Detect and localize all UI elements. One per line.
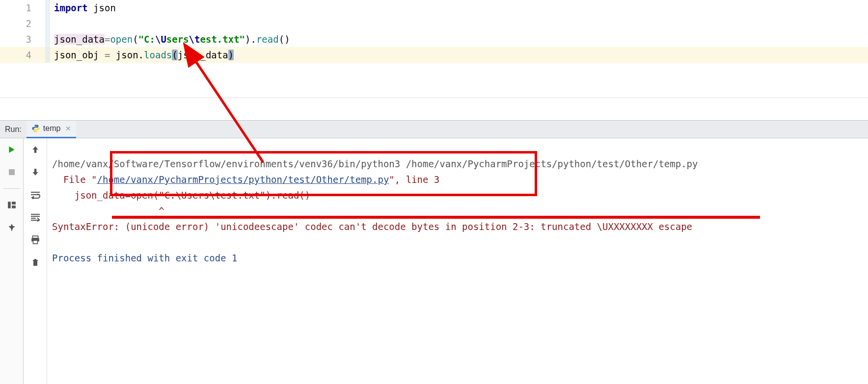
tab-title: temp bbox=[43, 124, 61, 133]
line-number: 4 bbox=[0, 50, 45, 60]
module-name: json bbox=[93, 2, 116, 13]
line-content[interactable]: json_data=open("C:\Users\test.txt").read… bbox=[50, 34, 868, 45]
paren-close: ) bbox=[228, 50, 234, 60]
operator: = bbox=[105, 34, 110, 45]
paren: ( bbox=[279, 34, 284, 45]
delete-button[interactable] bbox=[29, 256, 42, 269]
pin-button[interactable] bbox=[5, 221, 18, 234]
command-line: /home/vanx/Software/Tensorflow/environme… bbox=[52, 158, 698, 169]
method-read: read bbox=[256, 34, 279, 45]
svg-rect-5 bbox=[12, 202, 16, 205]
stop-button[interactable] bbox=[5, 166, 18, 179]
indent-guide bbox=[45, 31, 50, 47]
paren-open: ( bbox=[172, 50, 177, 60]
run-tool-window: Run: temp ✕ bbox=[0, 120, 868, 384]
svg-rect-12 bbox=[31, 220, 40, 221]
line-number: 2 bbox=[0, 18, 45, 29]
code-editor[interactable]: 1 import json 2 3 json_data=open("C:\Use… bbox=[0, 0, 868, 98]
console-output[interactable]: /home/vanx/Software/Tensorflow/environme… bbox=[47, 138, 868, 384]
python-icon bbox=[31, 124, 40, 133]
operator: = bbox=[105, 50, 116, 60]
syntax-error-line: SyntaxError: (unicode error) 'unicodeesc… bbox=[52, 221, 692, 232]
svg-rect-18 bbox=[34, 259, 36, 260]
keyword-import: import bbox=[54, 2, 88, 13]
code-line-4[interactable]: 4 json_obj = json.loads(json_data) bbox=[0, 47, 868, 63]
layout-button[interactable] bbox=[5, 199, 18, 211]
softwrap-button[interactable] bbox=[29, 188, 42, 201]
separator bbox=[3, 188, 20, 189]
close-icon[interactable]: ✕ bbox=[65, 125, 71, 132]
exit-status: Process finished with exit code 1 bbox=[52, 253, 238, 263]
indent-guide bbox=[45, 47, 50, 63]
svg-rect-9 bbox=[31, 214, 40, 215]
svg-rect-4 bbox=[8, 202, 11, 208]
traceback-caret: ^ bbox=[52, 205, 164, 216]
indent-guide bbox=[45, 0, 50, 16]
code-line-3[interactable]: 3 json_data=open("C:\Users\test.txt").re… bbox=[0, 31, 868, 47]
paren: ) bbox=[245, 34, 250, 45]
string: sers bbox=[166, 34, 189, 45]
up-icon[interactable] bbox=[29, 143, 42, 156]
run-left-toolbar bbox=[0, 138, 24, 384]
down-icon[interactable] bbox=[29, 166, 42, 179]
svg-rect-6 bbox=[12, 205, 16, 208]
string: est.txt" bbox=[200, 34, 245, 45]
line-content[interactable]: import json bbox=[50, 2, 868, 13]
variable: json_obj bbox=[54, 50, 105, 60]
argument: json_data bbox=[178, 50, 228, 60]
paren: ( bbox=[133, 34, 138, 45]
traceback-code: json_data=open("C:\Users\test.txt").read… bbox=[52, 190, 310, 201]
svg-rect-10 bbox=[31, 216, 40, 217]
file-link[interactable]: /home/vanx/PycharmProjects/python/test/O… bbox=[97, 174, 389, 185]
run-label: Run: bbox=[5, 125, 22, 134]
module-json: json bbox=[116, 50, 138, 60]
annotation-underline bbox=[112, 216, 760, 219]
run-tab[interactable]: temp ✕ bbox=[27, 121, 77, 138]
svg-rect-16 bbox=[33, 260, 38, 261]
escape-seq: \U bbox=[155, 34, 166, 45]
line-content[interactable]: json_obj = json.loads(json_data) bbox=[50, 50, 868, 60]
func-open: open bbox=[110, 34, 133, 45]
method-loads: loads bbox=[144, 50, 172, 60]
svg-rect-13 bbox=[32, 236, 38, 238]
scroll-end-button[interactable] bbox=[29, 211, 42, 224]
run-body: /home/vanx/Software/Tensorflow/environme… bbox=[0, 138, 868, 384]
svg-rect-17 bbox=[33, 261, 37, 266]
svg-rect-7 bbox=[31, 192, 40, 193]
svg-point-1 bbox=[34, 126, 35, 126]
line-number: 1 bbox=[0, 2, 45, 13]
svg-rect-3 bbox=[9, 169, 15, 175]
rerun-button[interactable] bbox=[5, 143, 18, 156]
dot: . bbox=[250, 34, 256, 45]
traceback-file: File "/home/vanx/PycharmProjects/python/… bbox=[52, 174, 439, 185]
run-header: Run: temp ✕ bbox=[0, 121, 868, 138]
print-button[interactable] bbox=[29, 233, 42, 246]
indent-guide bbox=[45, 16, 50, 31]
svg-point-2 bbox=[36, 131, 37, 131]
svg-rect-15 bbox=[33, 240, 37, 244]
string: "C: bbox=[138, 34, 155, 45]
escape-seq: \t bbox=[189, 34, 200, 45]
dot: . bbox=[138, 50, 144, 60]
variable: json_data bbox=[54, 34, 105, 45]
paren: ) bbox=[284, 34, 290, 45]
code-line-1[interactable]: 1 import json bbox=[0, 0, 868, 16]
run-right-toolbar bbox=[24, 138, 47, 384]
code-line-2[interactable]: 2 bbox=[0, 16, 868, 31]
line-number: 3 bbox=[0, 34, 45, 45]
svg-rect-11 bbox=[31, 218, 36, 219]
